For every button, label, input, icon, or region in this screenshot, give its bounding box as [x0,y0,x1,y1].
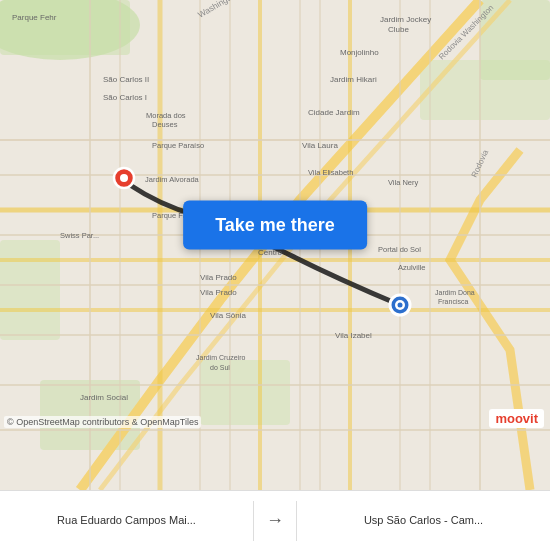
svg-text:Parque Paraíso: Parque Paraíso [152,141,204,150]
svg-rect-7 [0,240,60,340]
svg-text:Deuses: Deuses [152,120,178,129]
attribution-text: © OpenStreetMap contributors & OpenMapTi… [7,417,198,427]
bottom-bar: Rua Eduardo Campos Mai... → Usp São Carl… [0,490,550,550]
svg-text:Azulville: Azulville [398,263,426,272]
svg-text:Jardim Social: Jardim Social [80,393,128,402]
svg-text:Morada dos: Morada dos [146,111,186,120]
svg-point-64 [120,174,128,182]
svg-point-67 [398,303,403,308]
svg-rect-4 [420,60,550,120]
direction-arrow: → [266,510,284,531]
svg-text:Parque Fehr: Parque Fehr [12,13,57,22]
svg-text:Jardim Alvorada: Jardim Alvorada [145,175,200,184]
from-location: Rua Eduardo Campos Mai... [0,491,253,550]
svg-text:Vila Izabel: Vila Izabel [335,331,372,340]
svg-text:Vila Nery: Vila Nery [388,178,419,187]
svg-text:Cidade Jardim: Cidade Jardim [308,108,360,117]
svg-text:Jardim Hikari: Jardim Hikari [330,75,377,84]
svg-text:São Carlos I: São Carlos I [103,93,147,102]
svg-text:Vila Sônia: Vila Sônia [210,311,246,320]
to-location: Usp São Carlos - Cam... [297,491,550,550]
map-container: São Carlos II São Carlos I Monjolinho Ja… [0,0,550,490]
take-me-there-button[interactable]: Take me there [183,201,367,250]
separator [253,501,254,541]
svg-rect-2 [0,0,130,55]
svg-text:Vila Laura: Vila Laura [302,141,338,150]
svg-text:São Carlos II: São Carlos II [103,75,149,84]
svg-text:Vila Elisabeth: Vila Elisabeth [308,168,353,177]
svg-text:Jardim Cruzeiro: Jardim Cruzeiro [196,354,246,361]
svg-text:Jardim Dona: Jardim Dona [435,289,475,296]
svg-text:Vila Prado: Vila Prado [200,273,237,282]
svg-text:Clube: Clube [388,25,409,34]
svg-text:Swiss Par...: Swiss Par... [60,231,99,240]
svg-text:Jardim Jockey: Jardim Jockey [380,15,431,24]
from-label: Rua Eduardo Campos Mai... [57,513,196,527]
map-attribution: © OpenStreetMap contributors & OpenMapTi… [4,416,201,428]
svg-text:Portal do Sol: Portal do Sol [378,245,421,254]
logo-text: moovit [495,411,538,426]
moovit-logo: moovit [489,409,544,428]
svg-text:Monjolinho: Monjolinho [340,48,379,57]
svg-text:Francisca: Francisca [438,298,468,305]
to-label: Usp São Carlos - Cam... [364,513,483,527]
svg-text:do Sul: do Sul [210,364,230,371]
svg-text:Vila Prado: Vila Prado [200,288,237,297]
